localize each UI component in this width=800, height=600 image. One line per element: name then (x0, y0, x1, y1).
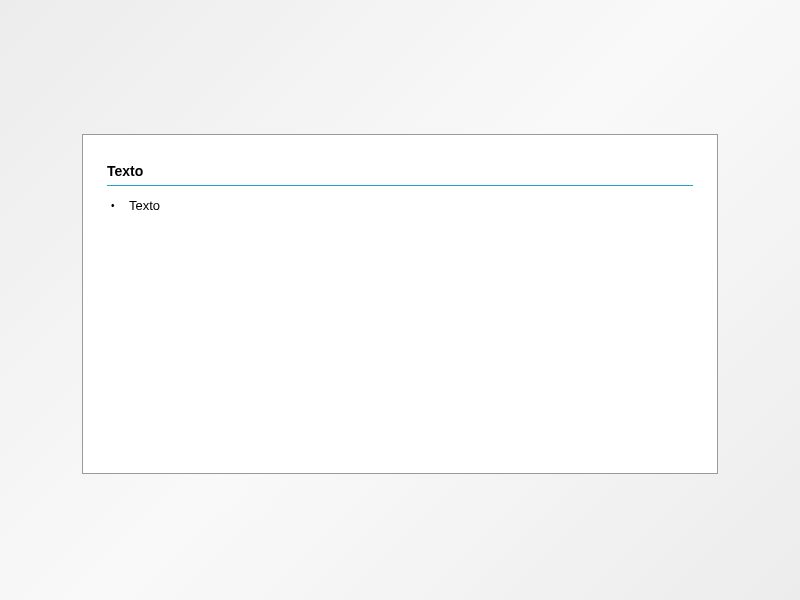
slide-card: Texto • Texto (82, 134, 718, 474)
bullet-text: Texto (129, 198, 160, 213)
list-item: • Texto (111, 198, 693, 213)
title-divider (107, 185, 693, 186)
slide-title: Texto (107, 163, 693, 179)
bullet-list: • Texto (107, 198, 693, 213)
slide-content: Texto • Texto (83, 135, 717, 237)
bullet-icon: • (111, 200, 123, 211)
